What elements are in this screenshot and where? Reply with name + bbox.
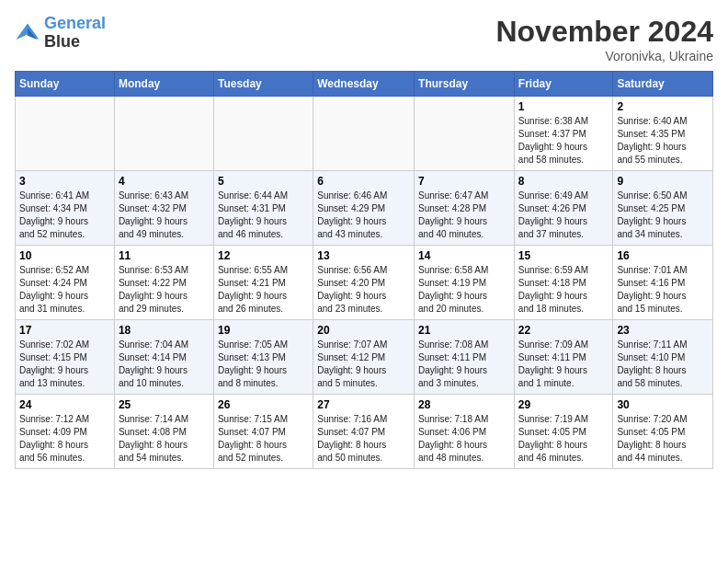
day-number: 7 xyxy=(418,175,510,188)
day-info: Sunrise: 6:59 AM Sunset: 4:18 PM Dayligh… xyxy=(518,264,609,316)
day-header-wednesday: Wednesday xyxy=(313,72,415,97)
logo-text: GeneralBlue xyxy=(44,15,106,52)
day-number: 13 xyxy=(317,249,410,262)
calendar-cell: 30Sunrise: 7:20 AM Sunset: 4:05 PM Dayli… xyxy=(613,395,713,469)
calendar-cell: 7Sunrise: 6:47 AM Sunset: 4:28 PM Daylig… xyxy=(415,171,515,246)
day-info: Sunrise: 7:02 AM Sunset: 4:15 PM Dayligh… xyxy=(19,339,110,390)
day-info: Sunrise: 7:01 AM Sunset: 4:16 PM Dayligh… xyxy=(617,264,709,316)
day-info: Sunrise: 7:19 AM Sunset: 4:05 PM Dayligh… xyxy=(518,413,609,465)
calendar-week-3: 10Sunrise: 6:52 AM Sunset: 4:24 PM Dayli… xyxy=(16,246,713,320)
day-number: 22 xyxy=(518,324,609,337)
calendar-cell: 22Sunrise: 7:09 AM Sunset: 4:11 PM Dayli… xyxy=(514,320,613,395)
day-number: 15 xyxy=(518,249,609,262)
calendar-cell xyxy=(415,97,515,171)
day-number: 23 xyxy=(617,324,709,337)
day-info: Sunrise: 7:16 AM Sunset: 4:07 PM Dayligh… xyxy=(317,413,410,465)
calendar-cell: 25Sunrise: 7:14 AM Sunset: 4:08 PM Dayli… xyxy=(114,395,213,469)
day-header-sunday: Sunday xyxy=(16,72,115,97)
day-number: 29 xyxy=(518,398,609,411)
day-info: Sunrise: 6:47 AM Sunset: 4:28 PM Dayligh… xyxy=(418,190,510,241)
day-number: 26 xyxy=(218,398,309,411)
calendar-table: SundayMondayTuesdayWednesdayThursdayFrid… xyxy=(15,71,713,469)
location-subtitle: Voronivka, Ukraine xyxy=(495,49,713,63)
day-info: Sunrise: 6:49 AM Sunset: 4:26 PM Dayligh… xyxy=(518,190,609,241)
day-number: 20 xyxy=(317,324,410,337)
day-info: Sunrise: 7:20 AM Sunset: 4:05 PM Dayligh… xyxy=(617,413,709,465)
day-number: 14 xyxy=(418,249,510,262)
logo: GeneralBlue xyxy=(15,15,106,52)
calendar-cell: 8Sunrise: 6:49 AM Sunset: 4:26 PM Daylig… xyxy=(514,171,613,246)
day-number: 17 xyxy=(19,324,110,337)
calendar-cell: 14Sunrise: 6:58 AM Sunset: 4:19 PM Dayli… xyxy=(415,246,515,320)
day-number: 11 xyxy=(119,249,210,262)
day-number: 16 xyxy=(617,249,709,262)
calendar-cell xyxy=(213,97,313,171)
day-info: Sunrise: 7:07 AM Sunset: 4:12 PM Dayligh… xyxy=(317,339,410,390)
day-info: Sunrise: 7:11 AM Sunset: 4:10 PM Dayligh… xyxy=(617,339,709,390)
calendar-cell: 13Sunrise: 6:56 AM Sunset: 4:20 PM Dayli… xyxy=(313,246,415,320)
calendar-cell: 18Sunrise: 7:04 AM Sunset: 4:14 PM Dayli… xyxy=(114,320,213,395)
day-number: 21 xyxy=(418,324,510,337)
calendar-cell: 11Sunrise: 6:53 AM Sunset: 4:22 PM Dayli… xyxy=(114,246,213,320)
day-number: 28 xyxy=(418,398,510,411)
day-header-thursday: Thursday xyxy=(415,72,515,97)
day-info: Sunrise: 6:52 AM Sunset: 4:24 PM Dayligh… xyxy=(19,264,110,316)
day-header-saturday: Saturday xyxy=(613,72,713,97)
calendar-cell: 19Sunrise: 7:05 AM Sunset: 4:13 PM Dayli… xyxy=(213,320,313,395)
day-number: 6 xyxy=(317,175,410,188)
day-info: Sunrise: 6:46 AM Sunset: 4:29 PM Dayligh… xyxy=(317,190,410,241)
calendar-cell: 4Sunrise: 6:43 AM Sunset: 4:32 PM Daylig… xyxy=(114,171,213,246)
day-number: 8 xyxy=(518,175,609,188)
calendar-week-1: 1Sunrise: 6:38 AM Sunset: 4:37 PM Daylig… xyxy=(16,97,713,171)
day-number: 25 xyxy=(119,398,210,411)
day-info: Sunrise: 7:18 AM Sunset: 4:06 PM Dayligh… xyxy=(418,413,510,465)
day-info: Sunrise: 6:40 AM Sunset: 4:35 PM Dayligh… xyxy=(617,115,709,167)
day-info: Sunrise: 6:55 AM Sunset: 4:21 PM Dayligh… xyxy=(218,264,309,316)
calendar-week-5: 24Sunrise: 7:12 AM Sunset: 4:09 PM Dayli… xyxy=(16,395,713,469)
calendar-cell xyxy=(313,97,415,171)
day-info: Sunrise: 7:08 AM Sunset: 4:11 PM Dayligh… xyxy=(418,339,510,390)
day-number: 30 xyxy=(617,398,709,411)
title-area: November 2024 Voronivka, Ukraine xyxy=(495,15,713,63)
day-number: 24 xyxy=(19,398,110,411)
calendar-cell: 9Sunrise: 6:50 AM Sunset: 4:25 PM Daylig… xyxy=(613,171,713,246)
calendar-header-row: SundayMondayTuesdayWednesdayThursdayFrid… xyxy=(16,72,713,97)
day-header-friday: Friday xyxy=(514,72,613,97)
header: GeneralBlue November 2024 Voronivka, Ukr… xyxy=(15,15,713,63)
day-info: Sunrise: 7:14 AM Sunset: 4:08 PM Dayligh… xyxy=(119,413,210,465)
calendar-cell: 10Sunrise: 6:52 AM Sunset: 4:24 PM Dayli… xyxy=(16,246,115,320)
calendar-cell: 1Sunrise: 6:38 AM Sunset: 4:37 PM Daylig… xyxy=(514,97,613,171)
day-number: 5 xyxy=(218,175,309,188)
calendar-cell: 21Sunrise: 7:08 AM Sunset: 4:11 PM Dayli… xyxy=(415,320,515,395)
day-info: Sunrise: 6:43 AM Sunset: 4:32 PM Dayligh… xyxy=(119,190,210,241)
day-info: Sunrise: 6:56 AM Sunset: 4:20 PM Dayligh… xyxy=(317,264,410,316)
month-title: November 2024 xyxy=(495,15,713,49)
day-number: 1 xyxy=(518,100,609,113)
day-info: Sunrise: 7:04 AM Sunset: 4:14 PM Dayligh… xyxy=(119,339,210,390)
calendar-cell: 29Sunrise: 7:19 AM Sunset: 4:05 PM Dayli… xyxy=(514,395,613,469)
day-number: 12 xyxy=(218,249,309,262)
day-header-monday: Monday xyxy=(114,72,213,97)
day-info: Sunrise: 6:58 AM Sunset: 4:19 PM Dayligh… xyxy=(418,264,510,316)
calendar-cell xyxy=(114,97,213,171)
day-info: Sunrise: 6:44 AM Sunset: 4:31 PM Dayligh… xyxy=(218,190,309,241)
day-number: 3 xyxy=(19,175,110,188)
day-info: Sunrise: 6:41 AM Sunset: 4:34 PM Dayligh… xyxy=(19,190,110,241)
calendar-cell: 28Sunrise: 7:18 AM Sunset: 4:06 PM Dayli… xyxy=(415,395,515,469)
calendar-cell: 20Sunrise: 7:07 AM Sunset: 4:12 PM Dayli… xyxy=(313,320,415,395)
day-info: Sunrise: 7:12 AM Sunset: 4:09 PM Dayligh… xyxy=(19,413,110,465)
day-info: Sunrise: 7:09 AM Sunset: 4:11 PM Dayligh… xyxy=(518,339,609,390)
logo-icon xyxy=(15,20,40,46)
calendar-cell: 3Sunrise: 6:41 AM Sunset: 4:34 PM Daylig… xyxy=(16,171,115,246)
calendar-cell: 6Sunrise: 6:46 AM Sunset: 4:29 PM Daylig… xyxy=(313,171,415,246)
calendar-week-4: 17Sunrise: 7:02 AM Sunset: 4:15 PM Dayli… xyxy=(16,320,713,395)
day-info: Sunrise: 7:15 AM Sunset: 4:07 PM Dayligh… xyxy=(218,413,309,465)
day-info: Sunrise: 7:05 AM Sunset: 4:13 PM Dayligh… xyxy=(218,339,309,390)
calendar-cell: 17Sunrise: 7:02 AM Sunset: 4:15 PM Dayli… xyxy=(16,320,115,395)
day-info: Sunrise: 6:38 AM Sunset: 4:37 PM Dayligh… xyxy=(518,115,609,167)
calendar-cell: 24Sunrise: 7:12 AM Sunset: 4:09 PM Dayli… xyxy=(16,395,115,469)
day-number: 2 xyxy=(617,100,709,113)
day-number: 18 xyxy=(119,324,210,337)
calendar-cell xyxy=(16,97,115,171)
day-number: 19 xyxy=(218,324,309,337)
